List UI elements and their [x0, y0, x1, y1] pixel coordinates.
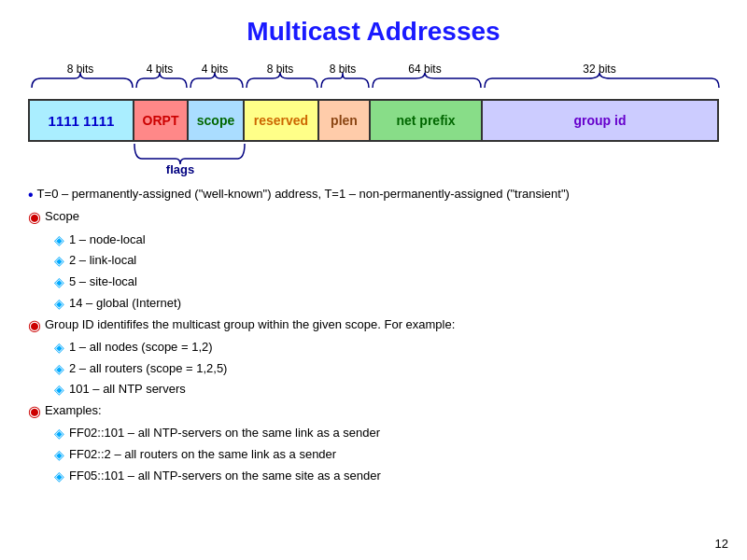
example-3: ◈ FF05::101 – all NTP-servers on the sam…: [54, 467, 719, 487]
item-groupid: ◉ Group ID identififes the multicast gro…: [28, 315, 719, 336]
sub-bullet-e3: ◈: [54, 467, 64, 487]
sub-bullet-e2: ◈: [54, 445, 64, 466]
sub-bullet-g1: ◈: [54, 338, 64, 358]
example-2: ◈ FF02::2 – all routers on the same link…: [54, 445, 719, 466]
bullet-scope: ◉: [28, 207, 41, 228]
field-groupid: group id: [483, 101, 717, 140]
field-1111: 1111 1111: [30, 101, 134, 140]
content-area: • T=0 – permanently-assigned ("well-know…: [28, 185, 719, 486]
svg-text:4 bits: 4 bits: [202, 63, 229, 76]
address-bar: 1111 1111 ORPT scope reserved plen net p…: [28, 99, 719, 142]
item-t0: • T=0 – permanently-assigned ("well-know…: [28, 185, 719, 205]
field-orpt: ORPT: [134, 101, 189, 140]
groupid-sub-1: ◈ 1 – all nodes (scope = 1,2): [54, 338, 719, 358]
bullet-groupid: ◉: [28, 315, 41, 336]
field-reserved: reserved: [245, 101, 319, 140]
item-scope: ◉ Scope: [28, 207, 719, 228]
field-netprefix: net prefix: [371, 101, 483, 140]
sub-bullet-g3: ◈: [54, 380, 64, 400]
example-1: ◈ FF02::101 – all NTP-servers on the sam…: [54, 424, 719, 444]
sub-bullet-g2: ◈: [54, 359, 64, 380]
item-groupid-text: Group ID identififes the multicast group…: [45, 315, 455, 334]
sub-bullet-e1: ◈: [54, 424, 64, 444]
groupid-sub-2: ◈ 2 – all routers (scope = 1,2,5): [54, 359, 719, 380]
flags-svg: flags: [28, 142, 719, 175]
scope-sub-2: ◈ 2 – link-local: [54, 251, 719, 272]
svg-text:32 bits: 32 bits: [583, 63, 615, 76]
item-t0-text: T=0 – permanently-assigned ("well-known"…: [37, 185, 570, 203]
item-examples: ◉ Examples:: [28, 401, 719, 422]
diagram: 8 bits 4 bits 4 bits 8 bits 8 bits 64 bi…: [28, 62, 719, 175]
svg-text:4 bits: 4 bits: [147, 63, 174, 76]
flags-area: flags: [28, 142, 719, 175]
scope-sub-3: ◈ 5 – site-local: [54, 273, 719, 293]
svg-text:8 bits: 8 bits: [330, 63, 357, 76]
page-number: 12: [715, 537, 728, 551]
slide: Multicast Addresses 8 bits 4 bits 4 bits…: [0, 0, 747, 560]
brace-svg: 8 bits 4 bits 4 bits 8 bits 8 bits 64 bi…: [28, 62, 719, 97]
field-plen: plen: [319, 101, 371, 140]
svg-text:flags: flags: [166, 162, 194, 176]
bullet-examples: ◉: [28, 401, 41, 422]
page-title: Multicast Addresses: [28, 17, 719, 47]
sub-bullet-1: ◈: [54, 231, 64, 251]
sub-bullet-4: ◈: [54, 294, 64, 315]
scope-sub-1: ◈ 1 – node-local: [54, 231, 719, 251]
svg-text:8 bits: 8 bits: [67, 63, 94, 76]
sub-bullet-2: ◈: [54, 251, 64, 272]
svg-text:64 bits: 64 bits: [408, 63, 441, 76]
scope-sub-4: ◈ 14 – global (Internet): [54, 294, 719, 315]
groupid-sub-3: ◈ 101 – all NTP servers: [54, 380, 719, 400]
item-examples-text: Examples:: [45, 401, 102, 420]
item-scope-text: Scope: [45, 207, 79, 226]
sub-bullet-3: ◈: [54, 273, 64, 293]
svg-text:8 bits: 8 bits: [267, 63, 294, 76]
bullet-1: •: [28, 185, 34, 205]
field-scope: scope: [189, 101, 245, 140]
